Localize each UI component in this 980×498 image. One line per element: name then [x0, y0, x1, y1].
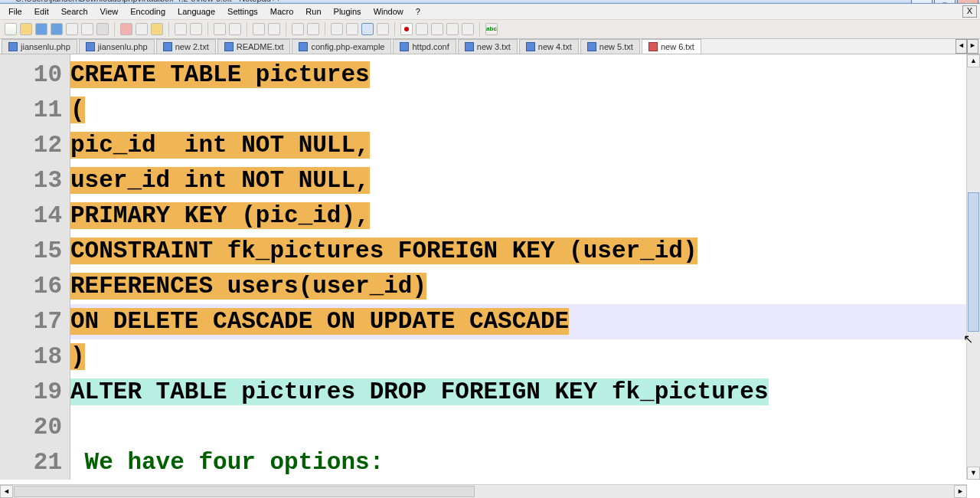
close-icon[interactable] — [66, 23, 78, 35]
sync-v-icon[interactable] — [292, 23, 304, 35]
redo-icon[interactable] — [190, 23, 202, 35]
menu-file[interactable]: File — [3, 5, 28, 18]
code-line[interactable]: CONSTRAINT fk_pictures FOREIGN KEY (user… — [70, 234, 980, 269]
titlebar[interactable]: C:\Users\jiansen\Downloads\phpvirtualbox… — [0, 0, 980, 4]
line-number[interactable]: 15 — [0, 234, 70, 269]
line-number[interactable]: 20 — [0, 410, 70, 445]
zoom-out-icon[interactable] — [268, 23, 280, 35]
spell-check-icon[interactable]: abc — [485, 23, 498, 35]
save-macro-icon[interactable] — [462, 23, 474, 35]
minimize-button[interactable]: _ — [911, 0, 933, 4]
indent-guide-icon[interactable] — [361, 23, 374, 35]
line-number[interactable]: 21 — [0, 445, 70, 480]
horizontal-scroll-thumb[interactable] — [14, 486, 475, 497]
tab-scroll-left[interactable]: ◄ — [956, 39, 967, 54]
print-icon[interactable] — [96, 23, 109, 35]
code-area[interactable]: CREATE TABLE pictures(pic_id int NOT NUL… — [70, 54, 980, 480]
menu-encoding[interactable]: Encoding — [125, 5, 171, 18]
copy-icon[interactable] — [136, 23, 148, 35]
document-tab[interactable]: new 3.txt — [458, 39, 518, 54]
menu-language[interactable]: Language — [172, 5, 220, 18]
find-icon[interactable] — [214, 23, 226, 35]
document-tab[interactable]: new 5.txt — [580, 39, 640, 54]
code-text[interactable]: CREATE TABLE pictures — [70, 61, 370, 88]
document-tab[interactable]: jiansenlu.php — [79, 39, 155, 54]
code-line[interactable]: REFERENCES users(user_id) — [70, 269, 980, 304]
save-all-icon[interactable] — [51, 23, 63, 35]
replace-icon[interactable] — [229, 23, 241, 35]
scroll-up-icon[interactable]: ▲ — [967, 54, 980, 67]
code-line[interactable]: pic_id int NOT NULL, — [70, 128, 980, 163]
menu-edit[interactable]: Edit — [29, 5, 54, 18]
new-file-icon[interactable] — [5, 23, 17, 35]
code-text[interactable]: user_id int NOT NULL, — [70, 167, 370, 194]
cut-icon[interactable] — [120, 23, 132, 35]
code-line[interactable]: We have four options: — [70, 445, 980, 480]
line-number[interactable]: 16 — [0, 269, 70, 304]
record-macro-icon[interactable] — [400, 23, 413, 35]
show-all-chars-icon[interactable] — [346, 23, 358, 35]
horizontal-scrollbar[interactable]: ◄ ► — [0, 484, 967, 498]
maximize-button[interactable]: □ — [934, 0, 956, 4]
code-line[interactable]: PRIMARY KEY (pic_id), — [70, 198, 980, 234]
play-macro-icon[interactable] — [431, 23, 443, 35]
sync-h-icon[interactable] — [307, 23, 319, 35]
close-button[interactable]: X — [957, 0, 978, 4]
code-text[interactable]: ON DELETE CASCADE ON UPDATE CASCADE — [70, 308, 569, 335]
code-text[interactable]: ) — [70, 343, 85, 370]
code-text[interactable]: CONSTRAINT fk_pictures FOREIGN KEY (user… — [70, 238, 697, 264]
tab-scroll-right[interactable]: ► — [967, 39, 978, 54]
open-file-icon[interactable] — [20, 23, 32, 35]
code-text[interactable]: ( — [70, 97, 85, 123]
line-number[interactable]: 14 — [0, 198, 70, 234]
document-tab[interactable]: new 6.txt — [642, 39, 701, 54]
line-number[interactable]: 11 — [0, 93, 70, 128]
line-number[interactable]: 17 — [0, 304, 70, 339]
code-line[interactable]: user_id int NOT NULL, — [70, 163, 980, 198]
vertical-scroll-thumb[interactable] — [968, 192, 979, 332]
stop-macro-icon[interactable] — [416, 23, 428, 35]
document-tab[interactable]: httpd.conf — [393, 39, 456, 54]
document-tab[interactable]: README.txt — [217, 39, 291, 54]
menu-settings[interactable]: Settings — [222, 5, 263, 18]
line-number[interactable]: 12 — [0, 128, 70, 163]
close-all-icon[interactable] — [81, 23, 93, 35]
scroll-down-icon[interactable]: ▼ — [967, 467, 980, 480]
line-number-gutter[interactable]: 101112131415161718192021 — [0, 54, 70, 480]
line-number[interactable]: 13 — [0, 163, 70, 198]
menu-view[interactable]: View — [95, 5, 124, 18]
play-multi-icon[interactable] — [446, 23, 459, 35]
code-line[interactable] — [70, 410, 980, 445]
code-text[interactable]: ALTER TABLE pictures DROP FOREIGN KEY fk… — [70, 378, 769, 405]
code-line[interactable]: ( — [70, 93, 980, 128]
code-text[interactable]: pic_id int NOT NULL, — [70, 132, 370, 159]
menu-search[interactable]: Search — [56, 5, 93, 18]
code-text[interactable]: We have four options: — [70, 449, 384, 476]
document-tab[interactable]: jiansenlu.php — [2, 39, 77, 54]
menu-window[interactable]: Window — [368, 5, 409, 18]
vertical-scrollbar[interactable]: ▲ ▼ — [966, 54, 980, 480]
menu-restore-close[interactable]: X — [962, 5, 977, 18]
code-line[interactable]: CREATE TABLE pictures — [70, 57, 980, 93]
scroll-right-icon[interactable]: ► — [954, 485, 967, 498]
scroll-left-icon[interactable]: ◄ — [0, 485, 13, 498]
zoom-in-icon[interactable] — [253, 23, 265, 35]
document-tab[interactable]: new 2.txt — [156, 39, 216, 54]
document-tab[interactable]: new 4.txt — [519, 39, 579, 54]
line-number[interactable]: 19 — [0, 375, 70, 410]
paste-icon[interactable] — [151, 23, 163, 35]
code-line[interactable]: ) — [70, 339, 980, 375]
menu-plugins[interactable]: Plugins — [328, 5, 367, 18]
save-icon[interactable] — [35, 23, 47, 35]
wrap-icon[interactable] — [331, 23, 343, 35]
undo-icon[interactable] — [175, 23, 187, 35]
code-text[interactable]: REFERENCES users(user_id) — [70, 273, 426, 300]
code-text[interactable]: PRIMARY KEY (pic_id), — [70, 202, 370, 229]
menu-help[interactable]: ? — [410, 5, 426, 18]
menu-run[interactable]: Run — [300, 5, 326, 18]
code-line[interactable]: ALTER TABLE pictures DROP FOREIGN KEY fk… — [70, 375, 980, 410]
line-number[interactable]: 18 — [0, 339, 70, 375]
user-lang-icon[interactable] — [377, 23, 389, 35]
document-tab[interactable]: config.php-example — [292, 39, 391, 54]
menu-macro[interactable]: Macro — [265, 5, 299, 18]
